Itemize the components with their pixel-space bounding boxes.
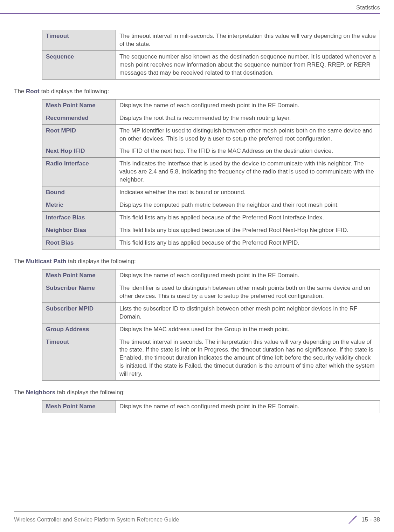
row-description: Displays the computed path metric betwee… (116, 199, 380, 212)
row-label: Next Hop IFID (42, 145, 116, 158)
footer-content: Wireless Controller and Service Platform… (14, 514, 380, 525)
page-number: 15 - 38 (361, 516, 380, 523)
row-description: Lists the subscriber ID to distinguish b… (116, 302, 380, 323)
row-description: This indicates the interface that is use… (116, 158, 380, 186)
row-description: Indicates whether the root is bound or u… (116, 186, 380, 199)
row-label: Metric (42, 199, 116, 212)
table-row: Root BiasThis field lists any bias appli… (42, 237, 380, 249)
footer-left-text: Wireless Controller and Service Platform… (14, 517, 179, 523)
table-body: Mesh Point NameDisplays the name of each… (42, 99, 380, 249)
table-row: SequenceThe sequence number also known a… (42, 50, 380, 79)
table-row: Neighbor BiasThis field lists any bias a… (42, 224, 380, 237)
row-label: Recommended (42, 112, 116, 124)
row-description: The MP identifier is used to distinguish… (116, 124, 380, 145)
definition-table-4: Mesh Point NameDisplays the name of each… (42, 400, 380, 413)
row-label: Subscriber MPID (42, 302, 116, 323)
table-row: BoundIndicates whether the root is bound… (42, 186, 380, 199)
section-text-bold: Root (26, 88, 40, 95)
section-text-pre: The (14, 258, 26, 265)
section-text-bold: Multicast Path (26, 258, 66, 265)
section-text-post: tab displays the following: (40, 88, 109, 95)
page-content: TimeoutThe timeout interval in mili-seco… (0, 0, 394, 413)
row-label: Sequence (42, 50, 116, 79)
footer-logo-icon (347, 514, 358, 525)
section-heading-multicast: The Multicast Path tab displays the foll… (14, 258, 380, 265)
section-text-pre: The (14, 389, 26, 396)
table-row: TimeoutThe timeout interval in mili-seco… (42, 30, 380, 51)
table-row: MetricDisplays the computed path metric … (42, 199, 380, 212)
table-row: Next Hop IFIDThe IFID of the next hop. T… (42, 145, 380, 158)
table-row: Radio InterfaceThis indicates the interf… (42, 158, 380, 186)
row-label: Timeout (42, 30, 116, 51)
section-text-pre: The (14, 88, 26, 95)
row-label: Neighbor Bias (42, 224, 116, 237)
row-label: Mesh Point Name (42, 99, 116, 112)
table-row: Mesh Point NameDisplays the name of each… (42, 401, 380, 413)
definition-table-1: TimeoutThe timeout interval in mili-seco… (42, 30, 380, 80)
table-row: Mesh Point NameDisplays the name of each… (42, 269, 380, 282)
table-row: Subscriber MPIDLists the subscriber ID t… (42, 302, 380, 323)
row-description: The timeout interval in mili-seconds. Th… (116, 30, 380, 51)
table-row: TimeoutThe timeout interval in seconds. … (42, 336, 380, 381)
row-description: Displays the MAC address used for the Gr… (116, 323, 380, 336)
row-description: Displays the name of each configured mes… (116, 99, 380, 112)
section-text-post: tab displays the following: (66, 258, 136, 265)
page-footer: Wireless Controller and Service Platform… (0, 511, 394, 525)
table-row: Interface BiasThis field lists any bias … (42, 212, 380, 224)
table-row: Subscriber NameThe identifier is used to… (42, 282, 380, 302)
row-label: Timeout (42, 336, 116, 381)
row-description: The sequence number also known as the de… (116, 50, 380, 79)
row-label: Mesh Point Name (42, 269, 116, 282)
row-description: This field lists any bias applied becaus… (116, 212, 380, 224)
row-label: Mesh Point Name (42, 401, 116, 413)
section-text-bold: Neighbors (26, 389, 55, 396)
footer-right: 15 - 38 (347, 514, 380, 525)
row-description: This field lists any bias applied becaus… (116, 224, 380, 237)
header-divider (0, 13, 380, 14)
table-body: Mesh Point NameDisplays the name of each… (42, 401, 380, 413)
row-label: Root MPID (42, 124, 116, 145)
row-label: Root Bias (42, 237, 116, 249)
header-title: Statistics (356, 4, 380, 11)
row-description: This field lists any bias applied becaus… (116, 237, 380, 249)
footer-divider (14, 511, 380, 512)
page-header: Statistics (0, 0, 394, 15)
definition-table-3: Mesh Point NameDisplays the name of each… (42, 269, 380, 381)
row-label: Group Address (42, 323, 116, 336)
row-description: The timeout interval in seconds. The int… (116, 336, 380, 381)
row-label: Subscriber Name (42, 282, 116, 302)
row-description: Displays the root that is recommended by… (116, 112, 380, 124)
row-description: The IFID of the next hop. The IFID is th… (116, 145, 380, 158)
table-body: TimeoutThe timeout interval in mili-seco… (42, 30, 380, 80)
table-row: Mesh Point NameDisplays the name of each… (42, 99, 380, 112)
table-body: Mesh Point NameDisplays the name of each… (42, 269, 380, 380)
section-heading-root: The Root tab displays the following: (14, 88, 380, 95)
section-text-post: tab displays the following: (55, 389, 125, 396)
row-label: Bound (42, 186, 116, 199)
table-row: Root MPIDThe MP identifier is used to di… (42, 124, 380, 145)
table-row: RecommendedDisplays the root that is rec… (42, 112, 380, 124)
definition-table-2: Mesh Point NameDisplays the name of each… (42, 99, 380, 250)
row-label: Radio Interface (42, 158, 116, 186)
section-heading-neighbors: The Neighbors tab displays the following… (14, 389, 380, 396)
table-row: Group AddressDisplays the MAC address us… (42, 323, 380, 336)
row-label: Interface Bias (42, 212, 116, 224)
row-description: Displays the name of each configured mes… (116, 269, 380, 282)
row-description: Displays the name of each configured mes… (116, 401, 380, 413)
row-description: The identifier is used to distinguish be… (116, 282, 380, 302)
